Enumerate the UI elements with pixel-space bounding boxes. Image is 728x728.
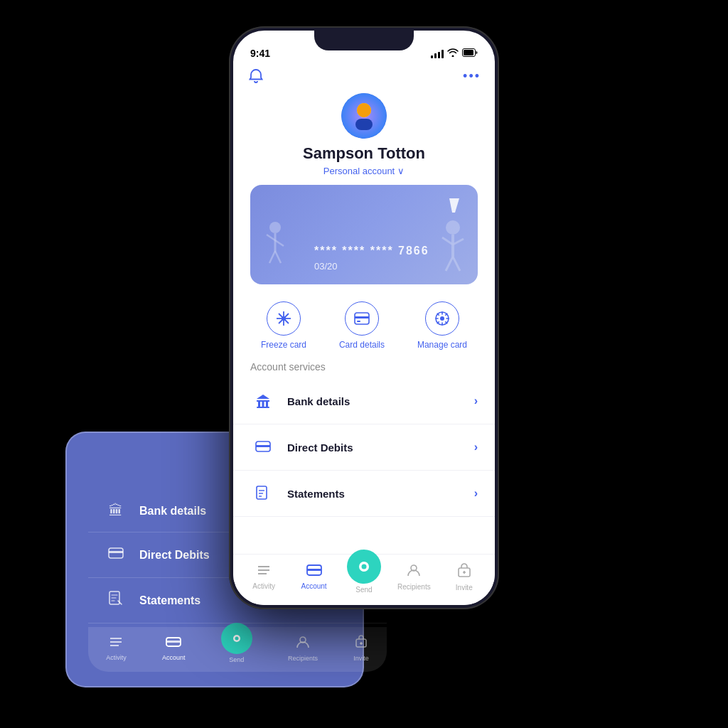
overlay-account-label: Account xyxy=(162,654,186,661)
status-icons xyxy=(431,48,478,59)
nav-invite[interactable]: Invite xyxy=(443,562,486,592)
card-details-label: Card details xyxy=(339,340,385,350)
svg-point-37 xyxy=(282,316,286,321)
debits-icon xyxy=(250,434,276,460)
status-time: 9:41 xyxy=(250,48,270,59)
account-nav-label: Account xyxy=(301,582,327,590)
svg-rect-46 xyxy=(266,402,268,407)
overlay-nav-account[interactable]: Account xyxy=(162,636,186,661)
overlay-recipients-label: Recipients xyxy=(288,655,318,662)
account-type-label: Personal account xyxy=(323,166,395,176)
svg-line-23 xyxy=(267,235,275,240)
bottom-nav: Activity Account xyxy=(233,554,495,605)
overlay-nav-send[interactable]: Send xyxy=(221,633,252,663)
bank-details-label: Bank details xyxy=(287,395,474,407)
invite-nav-label: Invite xyxy=(456,584,473,592)
svg-line-31 xyxy=(446,257,453,271)
battery-icon xyxy=(462,48,478,59)
overlay-send-button[interactable] xyxy=(221,623,252,654)
manage-card-label: Manage card xyxy=(417,340,467,350)
bank-details-row[interactable]: Bank details › xyxy=(233,378,495,424)
nav-recipients[interactable]: Recipients xyxy=(392,563,435,591)
svg-point-27 xyxy=(446,220,460,235)
manage-card-button[interactable]: Manage card xyxy=(417,301,467,350)
user-name: Sampson Totton xyxy=(303,144,425,163)
nav-activity[interactable]: Activity xyxy=(242,564,285,590)
svg-rect-44 xyxy=(258,402,260,407)
svg-line-30 xyxy=(453,239,464,245)
scene: ≠7 🏛 Bank details › Direct Debits xyxy=(44,26,684,702)
svg-rect-7 xyxy=(166,641,181,643)
avatar xyxy=(341,93,387,139)
send-nav-label: Send xyxy=(355,586,372,594)
card-details-button[interactable]: Card details xyxy=(339,301,385,350)
freeze-icon xyxy=(267,301,301,336)
overlay-nav-activity[interactable]: Activity xyxy=(106,636,127,661)
account-chevron-icon: ∨ xyxy=(397,166,405,176)
debits-chevron-icon: › xyxy=(474,441,478,454)
svg-line-24 xyxy=(275,240,284,246)
direct-debits-label: Direct Debits xyxy=(287,441,474,454)
services-list: Bank details › Direct Debits › xyxy=(233,378,495,517)
manage-card-icon xyxy=(425,301,459,336)
statements-chevron-icon: › xyxy=(474,487,478,500)
account-type-selector[interactable]: Personal account ∨ xyxy=(323,166,405,176)
svg-rect-39 xyxy=(355,316,369,318)
direct-debits-row[interactable]: Direct Debits › xyxy=(233,424,495,471)
bell-button[interactable] xyxy=(247,68,264,85)
svg-rect-58 xyxy=(307,569,321,571)
more-options-button[interactable]: ••• xyxy=(463,69,481,84)
card-actions: Freeze card Card details xyxy=(233,296,495,358)
svg-line-25 xyxy=(269,251,275,263)
overlay-activity-label: Activity xyxy=(106,654,127,661)
overlay-activity-icon xyxy=(109,636,123,652)
recipients-icon xyxy=(407,563,421,581)
svg-point-60 xyxy=(361,564,366,569)
card-section: **** **** **** 7866 03/20 xyxy=(233,185,495,296)
svg-rect-47 xyxy=(257,407,269,408)
overlay-send-label: Send xyxy=(229,656,244,663)
overlay-nav-recipients[interactable]: Recipients xyxy=(288,635,318,662)
svg-rect-43 xyxy=(257,400,269,402)
svg-line-32 xyxy=(453,257,460,271)
svg-rect-45 xyxy=(262,402,264,407)
card-details-icon xyxy=(345,301,379,336)
svg-rect-15 xyxy=(464,50,473,55)
invite-icon xyxy=(457,562,471,582)
phone-frame: 9:41 xyxy=(229,26,499,609)
overlay-bank-icon: 🏛 xyxy=(105,503,127,519)
bank-icon xyxy=(250,388,276,414)
profile-section: Sampson Totton Personal account ∨ xyxy=(233,90,495,185)
account-icon xyxy=(306,564,322,580)
activity-icon xyxy=(257,564,271,580)
freeze-label: Freeze card xyxy=(261,340,306,350)
send-button[interactable] xyxy=(347,550,381,584)
overlay-invite-label: Invite xyxy=(353,655,369,662)
nav-account[interactable]: Account xyxy=(293,564,336,590)
svg-point-42 xyxy=(440,316,444,321)
freeze-card-button[interactable]: Freeze card xyxy=(261,301,306,350)
svg-rect-1 xyxy=(109,551,123,553)
card-expiry: 03/20 xyxy=(314,261,338,272)
recipients-nav-label: Recipients xyxy=(397,583,431,591)
overlay-nav-invite[interactable]: Invite xyxy=(353,635,369,662)
overlay-statements-icon xyxy=(105,591,127,610)
overlay-recipients-icon xyxy=(296,635,310,653)
svg-rect-40 xyxy=(357,321,360,322)
nav-send[interactable]: Send xyxy=(343,561,385,594)
account-services-title: Account services xyxy=(233,358,495,378)
overlay-account-icon xyxy=(166,636,181,652)
card-number: **** **** **** 7866 xyxy=(314,245,429,257)
card-figure xyxy=(261,219,304,279)
wifi-icon xyxy=(447,48,459,59)
svg-rect-49 xyxy=(256,445,270,447)
svg-point-20 xyxy=(357,103,371,117)
bank-chevron-icon: › xyxy=(474,395,478,407)
svg-point-21 xyxy=(269,222,281,233)
statements-row[interactable]: Statements › xyxy=(233,471,495,517)
statements-label: Statements xyxy=(287,488,474,500)
svg-line-26 xyxy=(275,251,281,263)
notch xyxy=(314,31,414,50)
signal-icon xyxy=(431,50,444,58)
svg-line-29 xyxy=(442,237,453,245)
